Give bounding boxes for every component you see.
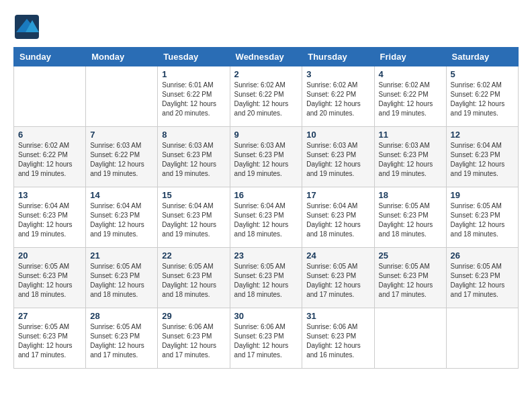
day-info: Sunrise: 6:05 AM Sunset: 6:23 PM Dayligh…	[18, 262, 81, 300]
day-number: 14	[90, 190, 153, 200]
calendar-day-cell: 6Sunrise: 6:02 AM Sunset: 6:22 PM Daylig…	[14, 127, 86, 187]
day-info: Sunrise: 6:05 AM Sunset: 6:23 PM Dayligh…	[451, 262, 514, 300]
calendar-day-cell: 13Sunrise: 6:04 AM Sunset: 6:23 PM Dayli…	[14, 187, 86, 248]
calendar-day-cell: 16Sunrise: 6:04 AM Sunset: 6:23 PM Dayli…	[230, 187, 302, 248]
calendar-day-header: Thursday	[302, 48, 374, 66]
calendar-day-cell	[86, 66, 158, 127]
calendar-day-cell: 29Sunrise: 6:06 AM Sunset: 6:23 PM Dayli…	[158, 308, 230, 369]
day-info: Sunrise: 6:04 AM Sunset: 6:23 PM Dayligh…	[306, 201, 369, 239]
calendar-day-cell: 1Sunrise: 6:01 AM Sunset: 6:22 PM Daylig…	[158, 66, 230, 127]
day-number: 2	[234, 69, 298, 79]
day-info: Sunrise: 6:05 AM Sunset: 6:23 PM Dayligh…	[162, 262, 225, 300]
day-info: Sunrise: 6:05 AM Sunset: 6:23 PM Dayligh…	[451, 201, 514, 239]
calendar-day-cell: 14Sunrise: 6:04 AM Sunset: 6:23 PM Dayli…	[86, 187, 158, 248]
day-info: Sunrise: 6:04 AM Sunset: 6:23 PM Dayligh…	[234, 201, 298, 239]
day-number: 23	[234, 250, 298, 261]
day-info: Sunrise: 6:06 AM Sunset: 6:23 PM Dayligh…	[162, 322, 225, 360]
day-info: Sunrise: 6:05 AM Sunset: 6:23 PM Dayligh…	[18, 322, 81, 360]
calendar-day-cell: 22Sunrise: 6:05 AM Sunset: 6:23 PM Dayli…	[158, 248, 230, 308]
day-number: 24	[306, 250, 369, 261]
calendar-day-cell: 20Sunrise: 6:05 AM Sunset: 6:23 PM Dayli…	[14, 248, 86, 308]
day-info: Sunrise: 6:04 AM Sunset: 6:23 PM Dayligh…	[451, 141, 514, 179]
day-info: Sunrise: 6:04 AM Sunset: 6:23 PM Dayligh…	[162, 201, 225, 239]
day-info: Sunrise: 6:01 AM Sunset: 6:22 PM Dayligh…	[162, 81, 225, 118]
day-number: 3	[306, 69, 369, 79]
calendar-day-cell: 23Sunrise: 6:05 AM Sunset: 6:23 PM Dayli…	[230, 248, 302, 308]
day-number: 4	[379, 69, 442, 79]
day-number: 17	[306, 190, 369, 200]
calendar-day-cell	[374, 308, 446, 369]
day-number: 11	[379, 130, 442, 140]
day-info: Sunrise: 6:04 AM Sunset: 6:23 PM Dayligh…	[90, 201, 153, 239]
day-info: Sunrise: 6:06 AM Sunset: 6:23 PM Dayligh…	[306, 322, 369, 360]
calendar-day-header: Friday	[374, 48, 446, 66]
day-number: 20	[18, 250, 81, 261]
calendar-day-cell: 8Sunrise: 6:03 AM Sunset: 6:23 PM Daylig…	[158, 127, 230, 187]
day-number: 6	[18, 130, 81, 140]
calendar-day-cell: 17Sunrise: 6:04 AM Sunset: 6:23 PM Dayli…	[302, 187, 374, 248]
logo	[13, 13, 43, 40]
calendar-day-cell: 24Sunrise: 6:05 AM Sunset: 6:23 PM Dayli…	[302, 248, 374, 308]
day-number: 30	[234, 311, 298, 321]
day-number: 12	[451, 130, 514, 140]
calendar-week-row: 6Sunrise: 6:02 AM Sunset: 6:22 PM Daylig…	[14, 127, 519, 187]
day-number: 8	[162, 130, 225, 140]
calendar-week-row: 27Sunrise: 6:05 AM Sunset: 6:23 PM Dayli…	[14, 308, 519, 369]
calendar-week-row: 13Sunrise: 6:04 AM Sunset: 6:23 PM Dayli…	[14, 187, 519, 248]
calendar-day-cell: 28Sunrise: 6:05 AM Sunset: 6:23 PM Dayli…	[86, 308, 158, 369]
calendar-day-cell: 4Sunrise: 6:02 AM Sunset: 6:22 PM Daylig…	[374, 66, 446, 127]
day-info: Sunrise: 6:05 AM Sunset: 6:23 PM Dayligh…	[379, 262, 442, 300]
day-info: Sunrise: 6:02 AM Sunset: 6:22 PM Dayligh…	[379, 81, 442, 118]
day-info: Sunrise: 6:03 AM Sunset: 6:22 PM Dayligh…	[90, 141, 153, 179]
calendar-day-cell: 18Sunrise: 6:05 AM Sunset: 6:23 PM Dayli…	[374, 187, 446, 248]
page-header	[13, 13, 519, 40]
calendar-day-cell: 31Sunrise: 6:06 AM Sunset: 6:23 PM Dayli…	[302, 308, 374, 369]
calendar-table: SundayMondayTuesdayWednesdayThursdayFrid…	[13, 47, 519, 369]
logo-icon	[13, 13, 40, 40]
calendar-day-cell: 7Sunrise: 6:03 AM Sunset: 6:22 PM Daylig…	[86, 127, 158, 187]
day-info: Sunrise: 6:02 AM Sunset: 6:22 PM Dayligh…	[234, 81, 298, 118]
calendar-day-cell: 11Sunrise: 6:03 AM Sunset: 6:23 PM Dayli…	[374, 127, 446, 187]
day-info: Sunrise: 6:05 AM Sunset: 6:23 PM Dayligh…	[379, 201, 442, 239]
calendar-week-row: 20Sunrise: 6:05 AM Sunset: 6:23 PM Dayli…	[14, 248, 519, 308]
day-number: 7	[90, 130, 153, 140]
calendar-day-cell	[14, 66, 86, 127]
calendar-day-cell: 30Sunrise: 6:06 AM Sunset: 6:23 PM Dayli…	[230, 308, 302, 369]
day-number: 22	[162, 250, 225, 261]
day-number: 27	[18, 311, 81, 321]
calendar-day-header: Tuesday	[158, 48, 230, 66]
calendar-day-header: Saturday	[446, 48, 518, 66]
day-number: 18	[379, 190, 442, 200]
day-number: 1	[162, 69, 225, 79]
day-info: Sunrise: 6:05 AM Sunset: 6:23 PM Dayligh…	[234, 262, 298, 300]
calendar-day-cell: 27Sunrise: 6:05 AM Sunset: 6:23 PM Dayli…	[14, 308, 86, 369]
calendar-day-cell: 10Sunrise: 6:03 AM Sunset: 6:23 PM Dayli…	[302, 127, 374, 187]
calendar-day-header: Monday	[86, 48, 158, 66]
calendar-week-row: 1Sunrise: 6:01 AM Sunset: 6:22 PM Daylig…	[14, 66, 519, 127]
day-number: 21	[90, 250, 153, 261]
day-number: 25	[379, 250, 442, 261]
day-info: Sunrise: 6:03 AM Sunset: 6:23 PM Dayligh…	[162, 141, 225, 179]
day-number: 13	[18, 190, 81, 200]
calendar-day-cell: 15Sunrise: 6:04 AM Sunset: 6:23 PM Dayli…	[158, 187, 230, 248]
day-info: Sunrise: 6:06 AM Sunset: 6:23 PM Dayligh…	[234, 322, 298, 360]
calendar-day-cell: 25Sunrise: 6:05 AM Sunset: 6:23 PM Dayli…	[374, 248, 446, 308]
calendar-day-cell: 2Sunrise: 6:02 AM Sunset: 6:22 PM Daylig…	[230, 66, 302, 127]
calendar-day-cell: 26Sunrise: 6:05 AM Sunset: 6:23 PM Dayli…	[446, 248, 518, 308]
day-info: Sunrise: 6:05 AM Sunset: 6:23 PM Dayligh…	[90, 322, 153, 360]
day-number: 29	[162, 311, 225, 321]
calendar-day-cell: 9Sunrise: 6:03 AM Sunset: 6:23 PM Daylig…	[230, 127, 302, 187]
day-info: Sunrise: 6:03 AM Sunset: 6:23 PM Dayligh…	[234, 141, 298, 179]
day-number: 31	[306, 311, 369, 321]
day-info: Sunrise: 6:02 AM Sunset: 6:22 PM Dayligh…	[306, 81, 369, 118]
day-info: Sunrise: 6:03 AM Sunset: 6:23 PM Dayligh…	[306, 141, 369, 179]
calendar-day-cell	[446, 308, 518, 369]
day-number: 26	[451, 250, 514, 261]
day-info: Sunrise: 6:02 AM Sunset: 6:22 PM Dayligh…	[18, 141, 81, 179]
calendar-day-cell: 12Sunrise: 6:04 AM Sunset: 6:23 PM Dayli…	[446, 127, 518, 187]
calendar-day-header: Wednesday	[230, 48, 302, 66]
day-number: 16	[234, 190, 298, 200]
day-number: 9	[234, 130, 298, 140]
calendar-day-cell: 21Sunrise: 6:05 AM Sunset: 6:23 PM Dayli…	[86, 248, 158, 308]
calendar-day-cell: 3Sunrise: 6:02 AM Sunset: 6:22 PM Daylig…	[302, 66, 374, 127]
